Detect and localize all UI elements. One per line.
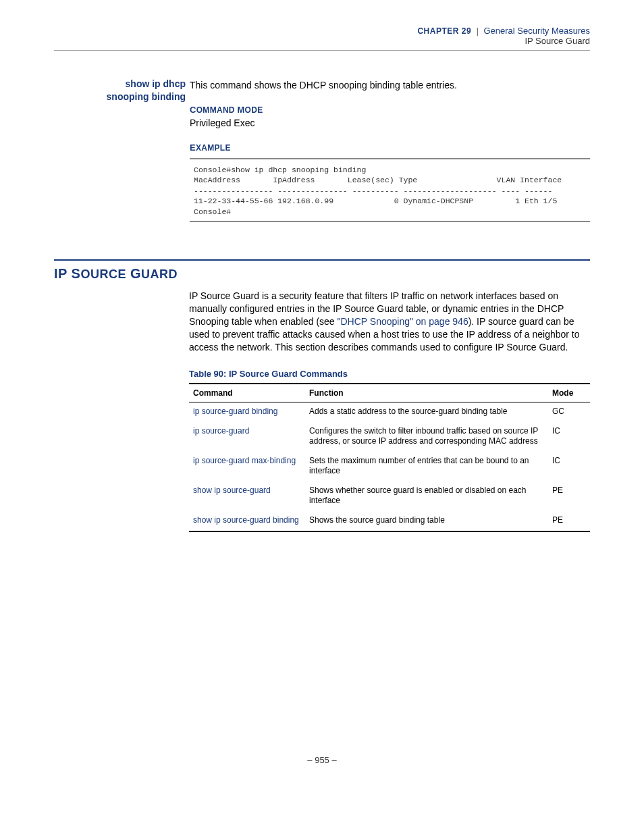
page-header: CHAPTER 29 | General Security Measures I…: [54, 26, 590, 46]
chapter-sep: |: [474, 26, 481, 36]
command-desc: This command shows the DHCP snooping bin…: [190, 79, 590, 92]
chapter-label: CHAPTER 29: [417, 26, 471, 36]
command-function: Configures the switch to filter inbound …: [305, 422, 548, 452]
table-row: ip source-guard max-bindingSets the maxi…: [189, 452, 590, 481]
table-row: show ip source-guardShows whether source…: [189, 481, 590, 511]
command-body: This command shows the DHCP snooping bin…: [190, 78, 590, 222]
section-title: IP SOURCE GUARD: [54, 266, 590, 282]
command-function: Adds a static address to the source-guar…: [305, 402, 548, 422]
section-intro: IP Source Guard is a security feature th…: [189, 290, 590, 353]
chapter-subtitle: IP Source Guard: [54, 36, 590, 46]
command-mode: IC: [548, 422, 590, 452]
section-rule: [54, 259, 590, 261]
table-row: ip source-guardConfigures the switch to …: [189, 422, 590, 452]
command-link[interactable]: show ip source-guard binding: [189, 511, 305, 531]
command-link[interactable]: show ip source-guard: [189, 481, 305, 511]
dhcp-snooping-link[interactable]: "DHCP Snooping" on page 946: [338, 316, 468, 327]
table-row: ip source-guard bindingAdds a static add…: [189, 402, 590, 422]
table-caption: Table 90: IP Source Guard Commands: [189, 369, 590, 379]
command-link[interactable]: ip source-guard binding: [189, 402, 305, 422]
commands-table: Command Function Mode ip source-guard bi…: [189, 383, 590, 532]
command-link[interactable]: ip source-guard: [189, 422, 305, 452]
command-function: Sets the maximum number of entries that …: [305, 452, 548, 481]
command-name: show ip dhcp snooping binding: [54, 78, 190, 103]
command-mode: IC: [548, 452, 590, 481]
table-row: show ip source-guard bindingShows the so…: [189, 511, 590, 531]
th-function: Function: [305, 384, 548, 402]
command-mode: PE: [548, 481, 590, 511]
example-output: Console#show ip dhcp snooping binding Ma…: [190, 158, 590, 223]
header-rule: [54, 50, 590, 51]
command-block: show ip dhcp snooping binding This comma…: [54, 78, 590, 222]
chapter-title: General Security Measures: [483, 26, 590, 36]
th-mode: Mode: [548, 384, 590, 402]
command-function: Shows the source guard binding table: [305, 511, 548, 531]
command-mode-heading: COMMAND MODE: [190, 104, 590, 116]
command-mode: PE: [548, 511, 590, 531]
example-heading: EXAMPLE: [190, 142, 590, 154]
th-command: Command: [189, 384, 305, 402]
page-number: – 955 –: [54, 755, 590, 765]
command-mode-text: Privileged Exec: [190, 117, 590, 130]
command-link[interactable]: ip source-guard max-binding: [189, 452, 305, 481]
command-function: Shows whether source guard is enabled or…: [305, 481, 548, 511]
command-mode: GC: [548, 402, 590, 422]
